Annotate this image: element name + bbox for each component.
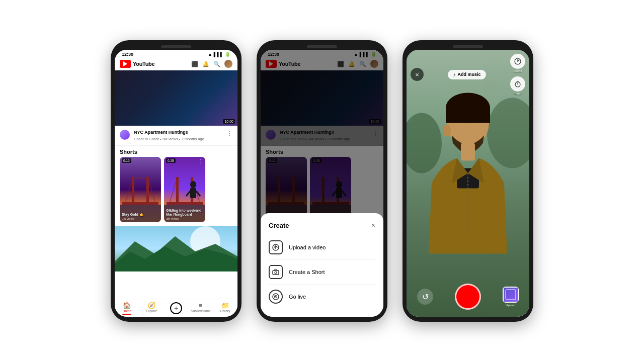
- svg-point-43: [275, 296, 276, 297]
- svg-rect-10: [176, 177, 179, 205]
- landscape-thumb-1: [115, 226, 237, 272]
- main-video-1[interactable]: 10:00 NYC Apartment Hunting!! Coast to C…: [115, 70, 237, 146]
- timer-control-3: Timer: [510, 76, 525, 95]
- notch-2: [307, 45, 337, 48]
- nav-home-1[interactable]: 🏠 Home: [115, 301, 139, 316]
- camera-icon-2: [269, 265, 283, 279]
- yt-logo-icon-1: [120, 60, 131, 68]
- svg-rect-3: [146, 177, 149, 205]
- phone-1-screen: 12:30 ▲ ▌▌▌ 🔋 YouTube ⬛ 🔔 🔍: [115, 50, 237, 317]
- cam-right-controls-3: Speed Timer: [510, 54, 525, 95]
- camera-screen-3: × ♪ Add music: [407, 50, 529, 317]
- close-x-icon-3: ×: [415, 71, 419, 78]
- nav-subs-1[interactable]: ≡ Subscriptions: [188, 301, 213, 316]
- yt-logo-text-1: YouTube: [133, 61, 154, 67]
- modal-header-2: Create ×: [269, 221, 375, 229]
- svg-point-16: [190, 181, 196, 188]
- modal-close-2[interactable]: ×: [371, 221, 375, 229]
- phone-2: 12:30 ▲ ▌▌▌ 🔋 YouTube ⬛ 🔔 🔍: [257, 40, 387, 322]
- phone-3: × ♪ Add music: [403, 40, 533, 322]
- live-svg-2: [272, 293, 279, 300]
- short-thumb-1-1: 0:15 Stay Gold 🤙 2.5 views: [120, 157, 161, 222]
- timer-icon-3: [514, 80, 521, 87]
- main-thumb-1: 10:00: [115, 70, 237, 126]
- modal-item-upload-2[interactable]: Upload a video: [269, 235, 375, 260]
- add-music-btn-3[interactable]: ♪ Add music: [448, 70, 486, 79]
- short-info-1-1: Stay Gold 🤙 2.5 views: [122, 213, 159, 220]
- short-card-1-2[interactable]: 0:28 ⋮ Gliding into weekend like #longbo…: [164, 157, 205, 222]
- short-duration-1-2: 0:28: [166, 158, 176, 163]
- cast-icon-1[interactable]: ⬛: [191, 60, 198, 67]
- video-info-1: NYC Apartment Hunting!! Coast to Coast •…: [134, 130, 222, 141]
- camera-svg-2: [272, 269, 279, 275]
- library-icon-1: 📁: [221, 302, 229, 309]
- short-card-1-1[interactable]: 0:15 Stay Gold 🤙 2.5 views: [120, 157, 161, 222]
- timer-btn-3[interactable]: [510, 76, 525, 92]
- cam-upload-preview-3[interactable]: [503, 287, 519, 303]
- short-views-1-1: 2.5 views: [122, 217, 159, 220]
- modal-item-short-2[interactable]: Create a Short: [269, 260, 375, 285]
- search-icon-1[interactable]: 🔍: [213, 60, 220, 67]
- duration-badge-1: 10:00: [223, 119, 235, 124]
- video-meta-1: Coast to Coast • 3M views • 2 months ago: [134, 137, 222, 141]
- modal-item-live-label-2: Go live: [289, 294, 306, 300]
- content-area-1: 10:00 NYC Apartment Hunting!! Coast to C…: [115, 70, 237, 299]
- phone-1-notch: [115, 45, 237, 48]
- speed-btn-3[interactable]: [510, 54, 525, 69]
- home-icon-1: 🏠: [123, 302, 131, 309]
- shorts-header-1: Shorts: [115, 146, 237, 157]
- video-menu-1[interactable]: ⋮: [226, 130, 232, 137]
- status-time-1: 12:30: [122, 52, 133, 57]
- yt-header-icons-1: ⬛ 🔔 🔍: [191, 60, 232, 68]
- avatar-1[interactable]: [224, 60, 232, 68]
- short-title-1-2: Gliding into weekend like #longboard: [166, 209, 203, 217]
- flip-icon-3: ↺: [422, 292, 429, 302]
- phone-2-notch: [261, 45, 383, 48]
- cam-record-btn-3[interactable]: [455, 284, 481, 310]
- phone-2-screen: 12:30 ▲ ▌▌▌ 🔋 YouTube ⬛ 🔔 🔍: [261, 50, 383, 317]
- phone-3-notch: [407, 45, 529, 48]
- speed-label-3: Speed: [513, 69, 522, 72]
- music-note-icon-3: ♪: [453, 72, 455, 77]
- short-duration-1-1: 0:15: [122, 158, 131, 163]
- speed-icon-3: [514, 58, 521, 65]
- nav-library-1[interactable]: 📁 Library: [213, 301, 237, 316]
- explore-icon-1: 🧭: [147, 302, 155, 309]
- svg-point-40: [275, 272, 277, 274]
- short-thumb-1-2: 0:28 ⋮ Gliding into weekend like #longbo…: [164, 157, 205, 222]
- svg-rect-14: [167, 202, 203, 205]
- shorts-row-1: 0:15 Stay Gold 🤙 2.5 views: [115, 157, 237, 226]
- battery-icon-1: 🔋: [225, 52, 230, 57]
- notch-3: [453, 45, 483, 48]
- cam-upload-wrapper-3: Upload: [503, 287, 519, 307]
- create-modal-2: Create × Upload a video: [261, 213, 383, 317]
- speed-control-3: Speed: [510, 54, 525, 72]
- nav-add-btn-1[interactable]: +: [170, 302, 182, 314]
- short-more-1-2[interactable]: ⋮: [198, 158, 203, 164]
- svg-point-54: [443, 125, 451, 137]
- short-views-1-2: 3M views: [166, 217, 203, 220]
- svg-rect-50: [446, 108, 490, 123]
- svg-rect-17: [190, 188, 196, 198]
- bell-icon-1[interactable]: 🔔: [202, 60, 209, 67]
- nav-underline-1: [122, 314, 131, 315]
- live-icon-2: [269, 290, 283, 304]
- channel-avatar-1: [120, 130, 130, 140]
- upload-label-3: Upload: [506, 304, 515, 307]
- nav-explore-1[interactable]: 🧭 Explore: [139, 301, 164, 316]
- phone-3-screen: × ♪ Add music: [407, 50, 529, 317]
- svg-rect-52: [461, 143, 475, 161]
- modal-item-short-label-2: Create a Short: [289, 269, 325, 275]
- yt-logo-1: YouTube: [120, 60, 154, 68]
- yt-header-1: YouTube ⬛ 🔔 🔍: [115, 58, 237, 70]
- modal-title-2: Create: [269, 222, 289, 229]
- status-icons-1: ▲ ▌▌▌ 🔋: [208, 52, 230, 57]
- nav-add-1[interactable]: +: [164, 301, 189, 316]
- nav-library-label-1: Library: [220, 309, 230, 313]
- camera-close-btn-3[interactable]: ×: [411, 68, 424, 81]
- video-info-card-1: NYC Apartment Hunting!! Coast to Coast •…: [115, 126, 237, 146]
- short-title-1-1: Stay Gold 🤙: [122, 213, 159, 217]
- upload-preview-svg-3: [504, 288, 518, 302]
- cam-flip-btn-3[interactable]: ↺: [417, 289, 433, 305]
- modal-item-live-2[interactable]: Go live: [269, 285, 375, 309]
